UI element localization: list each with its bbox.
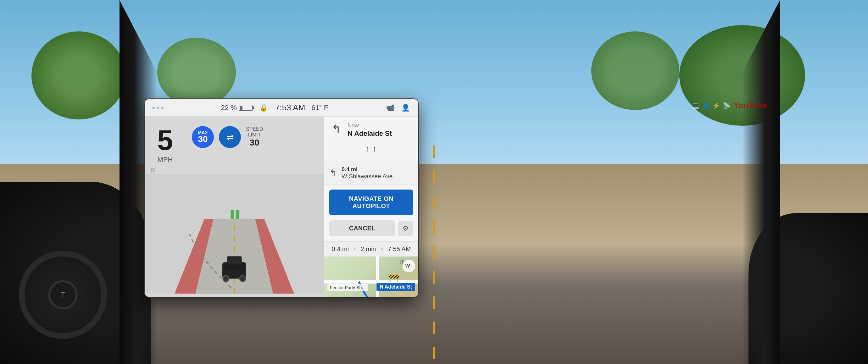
next-turn-distance: 0.4 mi: [342, 166, 393, 173]
svg-rect-5: [231, 210, 234, 219]
nav-panel: ↰ Now N Adelaide St ↑ ↑ ↰ 0.4 mi W Shiaw…: [324, 117, 418, 297]
youtube-overlay: 💻 👤 ⚡ 📡 YouTube: [691, 101, 767, 110]
tree-mid-left: [157, 38, 236, 107]
map-street-label: N Adelaide St: [376, 283, 415, 291]
speed-limit-number: 30: [198, 135, 208, 144]
user-icon: 👤: [702, 102, 710, 109]
battery-indicator: 22 %: [221, 104, 252, 112]
nav-next-turn: ↰ 0.4 mi W Shiawassee Ave: [324, 162, 418, 185]
eta-distance: 0.4 mi: [332, 245, 349, 253]
speed-unit: MPH: [158, 156, 173, 164]
autopilot-icon: ⇌: [226, 132, 234, 142]
eta-separator-1: •: [353, 245, 356, 253]
settings-button[interactable]: ⚙: [398, 221, 413, 236]
lock-icon: 🔒: [259, 103, 269, 113]
topbar-center: 22 % 🔒 7:53 AM 61° F: [221, 103, 328, 113]
battery-bar: [239, 105, 252, 111]
compass-label: W↑: [405, 263, 412, 269]
speed-max-label2: LIMIT: [248, 132, 261, 138]
screen-topbar: 22 % 🔒 7:53 AM 61° F 📹 👤: [145, 99, 418, 117]
svg-rect-8: [227, 256, 242, 264]
speed-max-value: 30: [250, 138, 259, 148]
sub-icon: 📡: [723, 102, 731, 109]
topbar-time: 7:53 AM: [275, 103, 305, 112]
speed-display: 5 MPH: [157, 126, 173, 164]
screen-main: 5 MPH R N D ⊙D MAX 30 ⇌ SPEED: [145, 117, 418, 297]
nav-eta-bar: 0.4 mi • 2 min • 7:55 AM: [324, 241, 418, 257]
youtube-icons: 💻 👤 ⚡ 📡: [691, 102, 731, 109]
tree-left: [31, 31, 126, 120]
topbar-dots: [152, 106, 163, 109]
topbar-right: 📹 👤: [385, 103, 411, 113]
nav-direction-card: ↰ Now N Adelaide St ↑ ↑: [324, 117, 418, 162]
battery-fill: [240, 106, 243, 110]
camera-icon: 💻: [691, 102, 700, 109]
steering-wheel: T: [19, 251, 107, 339]
navigate-autopilot-button[interactable]: NAVIGATE ON AUTOPILOT: [329, 190, 413, 215]
map-small-label: Fenton Party Sh...: [328, 284, 368, 291]
topbar-temperature: 61° F: [311, 104, 328, 112]
next-turn-street: W Shiawassee Ave: [342, 173, 393, 180]
svg-point-9: [223, 276, 229, 282]
camera-icon[interactable]: 📹: [385, 103, 396, 113]
dot-2: [157, 106, 159, 109]
nav-direction-now: ↰ Now N Adelaide St: [329, 122, 413, 138]
svg-rect-6: [236, 210, 239, 219]
speed-max-badge: SPEED LIMIT 30: [246, 126, 263, 148]
tesla-logo: T: [57, 290, 69, 300]
map-compass: W↑: [403, 260, 415, 272]
up-arrows-icon: ↑ ↑: [366, 144, 377, 154]
gear-icon: ⚙: [403, 225, 409, 233]
road-svg: [145, 171, 324, 297]
next-turn-icon: ↰: [329, 168, 337, 178]
tree-mid-right: [591, 31, 679, 110]
direction-now-street: N Adelaide St: [347, 130, 413, 138]
badge-group: MAX 30 ⇌ SPEED LIMIT 30: [192, 126, 263, 148]
speed-limit-badge: MAX 30: [192, 126, 214, 148]
youtube-wordmark: YouTube: [734, 101, 767, 110]
autopilot-badge: ⇌: [219, 126, 241, 148]
share-icon: ⚡: [712, 102, 720, 109]
dot-1: [152, 106, 155, 109]
road-yellow-line: [433, 145, 435, 364]
nav-direction-up: ↑ ↑: [329, 142, 413, 156]
drive-panel: 5 MPH R N D ⊙D MAX 30 ⇌ SPEED: [145, 117, 324, 297]
tesla-screen: 22 % 🔒 7:53 AM 61° F 📹 👤 5 MPH R: [145, 99, 418, 297]
dot-3: [161, 106, 163, 109]
battery-percent: 22 %: [221, 104, 237, 112]
eta-arrival: 7:55 AM: [388, 245, 411, 253]
profile-icon[interactable]: 👤: [401, 103, 411, 113]
svg-rect-11: [225, 264, 244, 270]
speed-value: 5: [157, 126, 173, 154]
viz-road: [145, 171, 324, 297]
speed-max-label: SPEED: [246, 126, 263, 132]
nav-actions: CANCEL ⚙: [329, 220, 413, 236]
construction-icon: 🚧: [389, 272, 399, 282]
direction-icon: ↰: [329, 122, 343, 136]
eta-separator-2: •: [381, 245, 383, 253]
cancel-button[interactable]: CANCEL: [329, 220, 395, 236]
svg-point-10: [240, 276, 246, 282]
mini-map[interactable]: N Adelaide St Fenton Party Sh... The W..…: [324, 257, 418, 297]
direction-text: Now N Adelaide St: [347, 122, 413, 138]
turn-left-arrow: ↰: [332, 124, 341, 135]
eta-time: 2 min: [361, 245, 376, 253]
topbar-left: [152, 106, 163, 109]
next-turn-info: 0.4 mi W Shiawassee Ave: [342, 166, 393, 180]
direction-now-label: Now: [347, 122, 413, 129]
